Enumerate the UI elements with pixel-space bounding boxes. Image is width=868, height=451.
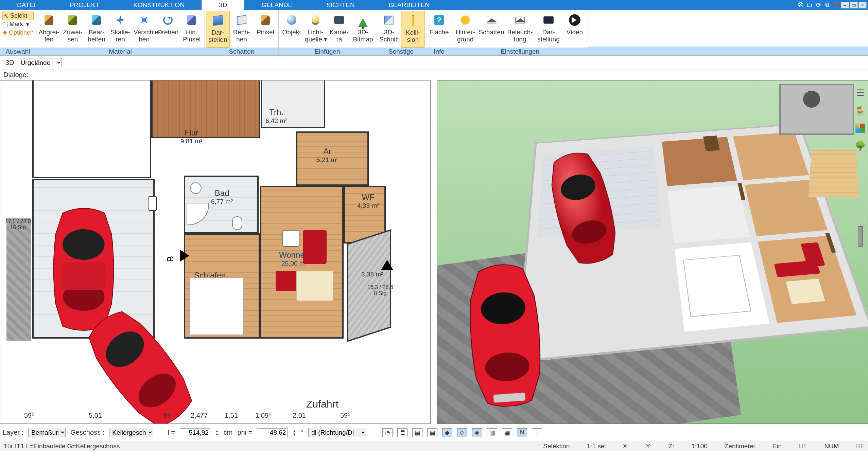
- kamera-button[interactable]: Kame-ra: [327, 11, 351, 48]
- schatten-einst-button[interactable]: Schatten: [477, 11, 506, 48]
- floor-select[interactable]: Kellergesch: [109, 428, 153, 437]
- beleuchtung-button[interactable]: Beleuch-tung: [506, 11, 534, 48]
- hintergrund-button[interactable]: Hinter-grund: [453, 11, 477, 48]
- arrow-up-icon: [381, 254, 393, 270]
- tab-projekt[interactable]: PROJEKT: [53, 0, 117, 10]
- zuweisen-button[interactable]: Zuwei-sen: [61, 11, 85, 48]
- palette-icon[interactable]: [855, 124, 865, 133]
- skalieren-button[interactable]: Skalie-ren: [108, 11, 132, 48]
- tab-sichten[interactable]: SICHTEN: [309, 0, 371, 10]
- refresh-icon[interactable]: ⟳: [814, 2, 822, 8]
- tree-icon[interactable]: 🌳: [854, 140, 866, 151]
- context-mode: 3D: [5, 59, 14, 67]
- l-stepper[interactable]: ▲▼: [215, 429, 219, 436]
- bearbeiten-button[interactable]: Bear-beiten: [85, 11, 108, 48]
- floorplan-canvas[interactable]: Garage40,66 m² Flur9,81 m² Trh.6,42 m² A…: [0, 80, 430, 423]
- abgreifen-button[interactable]: Abgrei-fen: [37, 11, 61, 48]
- tv-icon: [282, 230, 299, 247]
- selekt-button[interactable]: ↖ Selekt: [2, 12, 34, 20]
- phi-stepper[interactable]: ▲▼: [292, 429, 296, 436]
- video-button[interactable]: Video: [563, 11, 587, 48]
- kollision-button[interactable]: Kolli-sion: [401, 11, 425, 48]
- ribbon-group-auswahl: ↖ Selekt ⬚ Mark. ▾ ✚ Optionen Auswahl: [0, 10, 36, 55]
- maximize-button[interactable]: ▭: [850, 2, 858, 8]
- ribbon-label-info: Info: [426, 48, 452, 55]
- close-button[interactable]: ×: [858, 2, 867, 8]
- 3d-bitmap-button[interactable]: 3D-Bitmap: [351, 11, 375, 48]
- marker-b: B: [165, 256, 176, 262]
- darstellen-button[interactable]: Dar-stellen: [206, 11, 230, 48]
- tool-grid-icon[interactable]: ▥: [487, 428, 497, 437]
- 3d-view[interactable]: [437, 80, 868, 424]
- side-handle-icon[interactable]: [858, 226, 863, 247]
- status-bar: Tür IT1 L=Einbauteile G=Kellergeschoss S…: [0, 441, 868, 451]
- chair-icon[interactable]: 🪑: [854, 105, 866, 117]
- layer-select[interactable]: Bemaßung: [28, 428, 66, 437]
- tool-clock-icon[interactable]: ◔: [382, 428, 393, 437]
- pinsel-button[interactable]: Pinsel: [254, 11, 277, 48]
- tool-layers2-icon[interactable]: ≣: [397, 428, 407, 437]
- drehen-button[interactable]: Drehen: [156, 11, 180, 48]
- tool-window-icon[interactable]: ▦: [427, 428, 437, 437]
- bottom-toolbar: Layer : Bemaßung Geschoss : Kellergesch …: [0, 424, 868, 441]
- layer-label: Layer :: [3, 429, 23, 436]
- tool-c-icon[interactable]: ◈: [472, 428, 482, 437]
- coffee-table-icon: [296, 271, 333, 301]
- ribbon-group-einfuegen: Objekt Licht-quelle ▾ Kame-ra 3D-Bitmap …: [279, 10, 376, 55]
- tab-bearbeiten[interactable]: BEARBEITEN: [372, 0, 447, 10]
- dialoge-label: Dialoge:: [3, 71, 28, 79]
- tab-konstruktion[interactable]: KONSTRUKTION: [116, 0, 202, 10]
- dimension-line: 59⁵ 5,01 89 2,477 1,51 1,09⁶ 2,01 59⁵: [14, 402, 417, 422]
- tool-grid2-icon[interactable]: ▦: [502, 428, 512, 437]
- hin-pinsel-button[interactable]: Hin.Pinsel: [180, 11, 204, 48]
- car-driveway-3d-icon: [456, 261, 554, 409]
- wrench-icon[interactable]: 🛠: [797, 2, 805, 8]
- ribbon-label-einstellungen: Einstellungen: [452, 48, 588, 55]
- ribbon-label-einfuegen: Einfügen: [279, 48, 376, 55]
- objekt-button[interactable]: Objekt: [280, 11, 303, 48]
- power-switch-icon: [149, 196, 157, 211]
- 3d-schnitt-button[interactable]: 3D-Schnitt: [377, 11, 401, 48]
- verschieben-button[interactable]: Verschie-ben: [132, 11, 156, 48]
- box-icon[interactable]: 🗂: [805, 2, 814, 8]
- dl-select[interactable]: dl (Richtung/Di: [308, 428, 366, 437]
- 2d-view[interactable]: Garage40,66 m² Flur9,81 m² Trh.6,42 m² A…: [0, 80, 431, 424]
- copy-icon[interactable]: ⧉: [823, 2, 831, 8]
- status-unit: Zentimeter: [725, 443, 756, 450]
- tool-n-icon[interactable]: N: [517, 428, 527, 437]
- tool-a-icon[interactable]: ◆: [442, 428, 452, 437]
- ribbon-group-schatten: Dar-stellen Rech-nen Pinsel Schatten: [205, 10, 279, 55]
- status-rf: RF: [856, 443, 865, 450]
- status-sel: Selektion: [543, 443, 570, 450]
- rechnen-button[interactable]: Rech-nen: [230, 11, 254, 48]
- svg-point-0: [63, 229, 104, 260]
- status-ratio: 1:1 sel: [587, 443, 606, 450]
- phi-input[interactable]: [257, 428, 288, 437]
- mark-button[interactable]: ⬚ Mark. ▾: [2, 20, 34, 29]
- darstellung-button[interactable]: Dar-stellung: [534, 11, 563, 48]
- optionen-button[interactable]: ✚ Optionen: [2, 29, 34, 37]
- help-icon[interactable]: ❓: [832, 2, 840, 8]
- l-input[interactable]: [180, 428, 210, 437]
- tool-stack-icon[interactable]: ▤: [412, 428, 422, 437]
- tab-datei[interactable]: DATEI: [0, 0, 53, 10]
- ribbon: ↖ Selekt ⬚ Mark. ▾ ✚ Optionen Auswahl Ab…: [0, 10, 868, 56]
- toilet-icon: [232, 216, 242, 230]
- svg-rect-2: [61, 262, 106, 290]
- status-z: Z:: [669, 443, 674, 450]
- status-y: Y:: [646, 443, 652, 450]
- status-num: NUM: [824, 443, 839, 450]
- 3d-scene[interactable]: [437, 80, 868, 423]
- tab-gelaende[interactable]: GELÄNDE: [244, 0, 309, 10]
- workspace: Garage40,66 m² Flur9,81 m² Trh.6,42 m² A…: [0, 80, 868, 424]
- tab-3d[interactable]: 3D: [202, 0, 244, 10]
- tool-b-icon[interactable]: ◇: [457, 428, 467, 437]
- flaeche-button[interactable]: ?Fläche: [427, 11, 451, 48]
- context-select[interactable]: Urgelände: [18, 58, 62, 67]
- minimize-button[interactable]: –: [841, 2, 849, 8]
- lichtquelle-button[interactable]: Licht-quelle ▾: [303, 11, 327, 48]
- sink-icon: [190, 182, 202, 194]
- tool-info-icon[interactable]: i: [532, 428, 542, 437]
- layers-icon[interactable]: ☰: [854, 87, 866, 98]
- arrow-right-icon: [180, 250, 195, 262]
